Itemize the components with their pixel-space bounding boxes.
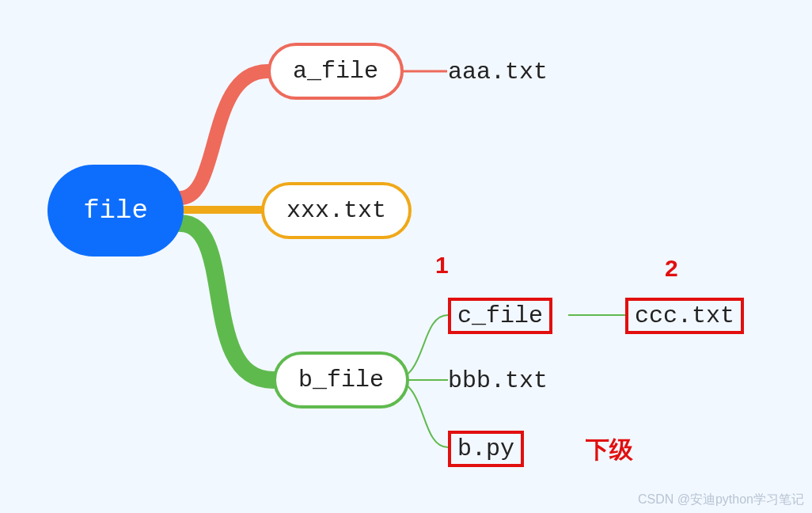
leaf-bbb-txt: bbb.txt bbox=[448, 367, 548, 394]
connector-lines bbox=[0, 0, 812, 513]
watermark: CSDN @安迪python学习笔记 bbox=[638, 492, 804, 508]
leaf-aaa-txt: aaa.txt bbox=[448, 59, 548, 86]
annotation-2: 2 bbox=[665, 255, 678, 282]
leaf-c-file: c_file bbox=[448, 298, 552, 334]
root-node: file bbox=[47, 165, 184, 256]
branch-b-file: b_file bbox=[273, 352, 409, 408]
annotation-sub: 下级 bbox=[586, 434, 633, 466]
branch-xxx-txt: xxx.txt bbox=[261, 182, 412, 239]
leaf-b-py: b.py bbox=[448, 431, 524, 467]
branch-a-file: a_file bbox=[268, 43, 404, 100]
annotation-1: 1 bbox=[435, 252, 449, 279]
leaf-ccc-txt: ccc.txt bbox=[625, 298, 744, 334]
